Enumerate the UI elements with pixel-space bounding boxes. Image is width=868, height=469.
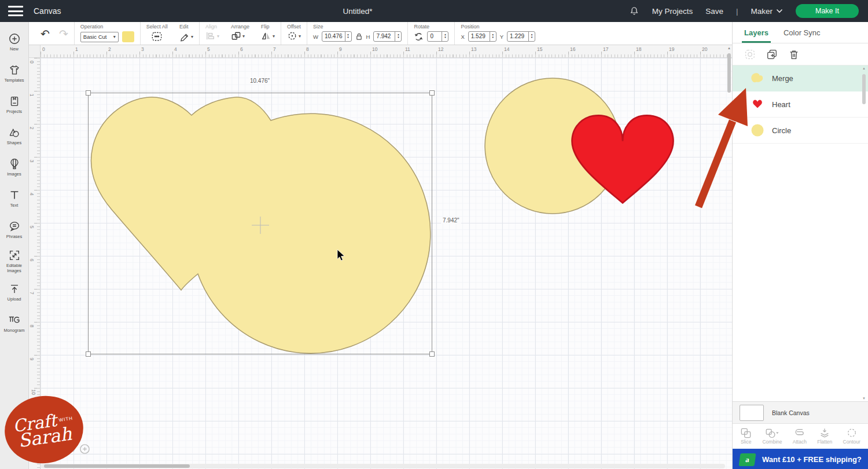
duplicate-icon[interactable]	[766, 49, 778, 60]
save-link[interactable]: Save	[705, 7, 723, 16]
tab-layers[interactable]: Layers	[744, 22, 768, 43]
canvas-vertical-scrollbar[interactable]: ▲	[727, 46, 731, 462]
v-scroll-thumb[interactable]	[727, 53, 731, 93]
width-label: W	[313, 34, 318, 40]
align-group: Align ▾	[199, 22, 225, 45]
rotate-stepper[interactable]: ▲▼	[442, 32, 448, 41]
make-it-button[interactable]: Make It	[796, 4, 859, 18]
flatten-icon	[819, 427, 830, 438]
contour-button[interactable]: Contour	[843, 427, 860, 445]
scroll-up-icon[interactable]: ▲	[727, 46, 731, 50]
blank-canvas-row[interactable]: Blank Canvas	[733, 401, 868, 423]
topbar-actions: My Projects Save | Maker Make It	[629, 4, 868, 18]
delete-trash-icon[interactable]	[788, 49, 800, 60]
sidebar-item-phrases[interactable]: Phrases	[0, 214, 28, 246]
resize-handle-bottom-right[interactable]	[429, 351, 435, 357]
top-bar: Canvas Untitled* My Projects Save | Make…	[0, 0, 868, 22]
flip-group: Flip ▾	[255, 22, 281, 45]
sidebar-item-editable-images[interactable]: Editable Images	[0, 246, 28, 277]
sidebar-item-images[interactable]: Images	[0, 152, 28, 183]
sidebar-item-templates[interactable]: Templates	[0, 58, 28, 89]
group-icon[interactable]	[744, 49, 756, 60]
sidebar-item-projects[interactable]: Projects	[0, 89, 28, 120]
machine-name: Maker	[751, 7, 773, 16]
align-icon[interactable]: ▾	[205, 31, 219, 41]
notifications-bell-icon[interactable]	[629, 6, 639, 16]
circle-layer-thumbnail	[750, 123, 765, 137]
lock-icon[interactable]	[355, 32, 363, 41]
offset-caret-icon: ▾	[299, 34, 301, 39]
flip-icon[interactable]: ▾	[261, 31, 275, 41]
tab-color-sync[interactable]: Color Sync	[784, 22, 821, 43]
sidebar-item-text[interactable]: Text	[0, 183, 28, 214]
canvas-workspace[interactable]: 01234567891011121314151617181920 0123456…	[29, 45, 732, 469]
chevron-down-icon	[776, 9, 783, 13]
width-stepper[interactable]: ▲▼	[345, 32, 351, 41]
color-swatch[interactable]	[122, 31, 134, 42]
flip-caret-icon: ▾	[273, 34, 275, 39]
height-stepper[interactable]: ▲▼	[395, 32, 401, 41]
rotate-input[interactable]: 0 ▲▼	[427, 31, 448, 42]
zoom-in-icon[interactable]	[79, 444, 90, 455]
resize-handle-bottom-left[interactable]	[86, 351, 91, 357]
monogram-icon	[8, 314, 21, 327]
y-input[interactable]: 1.229 ▲▼	[507, 31, 535, 42]
combine-button[interactable]: Combine	[762, 427, 782, 445]
resize-handle-top-right[interactable]	[429, 90, 435, 96]
selection-width-label: 10.476"	[248, 78, 271, 84]
merge-layer-thumbnail	[750, 71, 765, 85]
document-title[interactable]: Untitled*	[343, 7, 372, 16]
menu-icon[interactable]	[8, 6, 23, 16]
select-caret-icon: ▾	[113, 34, 116, 39]
sidebar-item-monogram[interactable]: Monogram	[0, 308, 28, 339]
rotate-icon[interactable]	[414, 32, 424, 42]
selection-box[interactable]	[88, 93, 432, 354]
arrange-icon[interactable]: ▾	[231, 31, 245, 41]
layers-scroll-up-icon[interactable]: ▲	[862, 67, 866, 70]
slice-button[interactable]: Slice	[740, 427, 752, 445]
edit-pencil-icon[interactable]: ▾	[179, 31, 193, 42]
sidebar-item-upload[interactable]: Upload	[0, 277, 28, 308]
undo-icon[interactable]: ↶	[41, 28, 50, 39]
flatten-button[interactable]: Flatten	[817, 427, 832, 445]
new-plus-icon	[8, 32, 21, 45]
x-input[interactable]: 1.529 ▲▼	[468, 31, 496, 42]
arrange-group: Arrange ▾	[225, 22, 255, 45]
layers-scroll-thumb[interactable]	[862, 74, 866, 104]
operation-group: Operation Basic Cut ▾	[74, 22, 140, 45]
arrange-caret-icon: ▾	[242, 34, 245, 39]
layer-tools	[733, 43, 868, 65]
x-label: X	[461, 34, 464, 40]
editable-images-icon	[8, 249, 21, 262]
layer-list: Merge Heart Circle ▲ ▼	[733, 65, 868, 401]
layers-scroll-down-icon[interactable]: ▼	[862, 397, 866, 400]
panel-tabs: Layers Color Sync	[733, 22, 868, 43]
promo-banner[interactable]: a Want £10 + FREE shipping?	[733, 449, 868, 469]
select-all-icon[interactable]	[151, 31, 163, 42]
offset-group: Offset ▾	[281, 22, 307, 45]
width-input[interactable]: 10.476 ▲▼	[322, 31, 352, 42]
h-scroll-thumb[interactable]	[44, 464, 190, 468]
sidebar-item-shapes[interactable]: Shapes	[0, 120, 28, 152]
layer-row-circle[interactable]: Circle	[733, 118, 868, 144]
sidebar-item-new[interactable]: New	[0, 27, 28, 58]
resize-handle-top-left[interactable]	[86, 90, 91, 96]
canvas-horizontal-scrollbar[interactable]	[41, 464, 725, 468]
heart-layer-thumbnail	[750, 97, 765, 111]
y-stepper[interactable]: ▲▼	[528, 32, 535, 41]
machine-selector[interactable]: Maker	[751, 7, 783, 16]
upload-icon	[8, 283, 21, 295]
edit-group: Edit ▾	[174, 22, 199, 45]
redo-icon[interactable]: ↷	[59, 28, 68, 39]
offset-icon[interactable]: ▾	[287, 31, 301, 41]
layer-row-merge[interactable]: Merge	[733, 65, 868, 91]
x-stepper[interactable]: ▲▼	[490, 32, 496, 41]
operation-select[interactable]: Basic Cut ▾	[80, 32, 119, 42]
layers-scrollbar[interactable]: ▲ ▼	[862, 67, 866, 400]
height-input[interactable]: 7.942 ▲▼	[373, 31, 402, 42]
slice-icon	[740, 427, 752, 438]
logo-word-sarah: Sarah	[17, 426, 73, 449]
attach-button[interactable]: Attach	[793, 427, 807, 445]
layer-row-heart[interactable]: Heart	[733, 91, 868, 118]
my-projects-link[interactable]: My Projects	[652, 7, 693, 16]
